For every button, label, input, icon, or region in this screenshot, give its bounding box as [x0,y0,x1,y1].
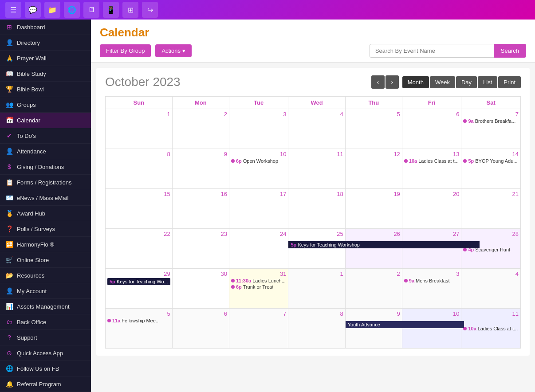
event-item[interactable]: 9a Mens Breakfast [404,278,460,283]
day-cell[interactable]: 3 [229,109,288,149]
day-cell[interactable]: 11 [288,149,345,189]
sidebar-item-directory[interactable]: 👤 Directory [0,35,91,51]
day-cell[interactable]: 3 9a Mens Breakfast [402,269,461,309]
filter-by-group-button[interactable]: Filter By Group [100,44,151,57]
view-list-button[interactable]: List [478,76,497,88]
day-cell[interactable]: 4 [288,109,345,149]
sidebar-item-attendance[interactable]: 👤 Attendance [0,144,91,159]
day-cell[interactable]: 24 [229,229,288,269]
day-cell[interactable]: 27 [402,229,461,269]
search-input[interactable] [370,44,494,58]
sidebar-item-resources[interactable]: 📂 Resources [0,268,91,283]
day-cell[interactable]: 8 [106,149,173,189]
day-cell[interactable]: 25 5p Keys for Teaching Workshop [288,229,345,269]
event-item[interactable]: 6p Trunk or Treat [231,284,287,290]
day-cell[interactable]: 7 [229,309,288,349]
sidebar-item-giving[interactable]: $ Giving / Donations [0,159,91,175]
day-cell[interactable]: 13 10a Ladies Class at t... [402,149,461,189]
view-month-button[interactable]: Month [402,76,429,88]
day-cell[interactable]: 30 [172,269,229,309]
day-cell[interactable]: 18 [288,189,345,229]
sidebar-item-polls[interactable]: ❓ Polls / Surveys [0,221,91,237]
prev-month-button[interactable]: ‹ [371,75,385,89]
day-cell[interactable]: 10 [402,309,461,349]
day-cell[interactable]: 8 [288,309,345,349]
actions-button[interactable]: Actions ▾ [155,44,191,57]
day-cell[interactable]: 2 [345,269,402,309]
sidebar-item-quick-access[interactable]: ⊙ Quick Access App [0,345,91,361]
sidebar-item-calendar[interactable]: 📅 Calendar [0,113,91,128]
sidebar-item-support[interactable]: ? Support [0,330,91,345]
day-cell[interactable]: 19 [345,189,402,229]
exit-icon[interactable]: ↪ [142,2,158,18]
day-cell[interactable]: 2 [172,109,229,149]
event-name: Ladies Lunch... [252,278,286,283]
day-cell[interactable]: 6 [402,109,461,149]
sidebar-item-todos[interactable]: ✔ To Do's [0,128,91,144]
day-cell[interactable]: 1 [106,109,173,149]
day-cell[interactable]: 20 [402,189,461,229]
day-cell[interactable]: 16 [172,189,229,229]
day-cell[interactable]: 15 [106,189,173,229]
event-dot-circle [404,279,408,282]
grid-icon[interactable]: ⊞ [122,2,138,18]
multi-day-event-youth[interactable]: Youth Advance [346,321,464,328]
sidebar-item-award-hub[interactable]: 🏅 Award Hub [0,206,91,221]
sidebar-item-enews[interactable]: 📧 eNews / Mass eMail [0,190,91,206]
sidebar-item-online-store[interactable]: 🛒 Online Store [0,252,91,268]
day-cell[interactable]: 5 [345,109,402,149]
day-cell[interactable]: 12 [345,149,402,189]
event-item[interactable]: 9a Brothers Breakfa... [463,118,519,124]
sidebar-item-dashboard[interactable]: ⊞ Dashboard [0,20,91,35]
sidebar-item-groups[interactable]: 👥 Groups [0,97,91,113]
multi-day-event[interactable]: 5p Keys for Teaching Workshop [288,241,479,248]
mobile-icon[interactable]: 📱 [103,2,119,18]
menu-icon[interactable]: ☰ [5,2,21,18]
sidebar-item-back-office[interactable]: 🗂 Back Office [0,314,91,330]
sidebar-item-my-account[interactable]: 👤 My Account [0,283,91,299]
day-cell[interactable]: 17 [229,189,288,229]
next-month-button[interactable]: › [386,75,399,89]
sidebar-item-harmonyflo[interactable]: 🔁 HarmonyFlo ® [0,237,91,252]
day-cell[interactable]: 21 [461,189,521,229]
sidebar-item-label: Back Office [17,319,46,325]
event-item[interactable]: 5p BYOP Young Adu... [463,158,519,164]
event-item[interactable]: 11a Fellowship Mee... [107,318,170,323]
day-cell[interactable]: 7 9a Brothers Breakfa... [461,109,521,149]
day-cell[interactable]: 22 [106,229,173,269]
sidebar-item-assets[interactable]: 📊 Assets Management [0,299,91,314]
event-item[interactable]: 10a Ladies Class at t... [463,326,519,331]
day-cell[interactable]: 10 6p Open Workshop [229,149,288,189]
folder-icon[interactable]: 📁 [44,2,60,18]
day-cell[interactable]: 6 [172,309,229,349]
day-cell[interactable]: 1 [288,269,345,309]
day-cell[interactable]: 9 Youth Advance [345,309,402,349]
search-button[interactable]: Search [494,44,526,58]
sidebar-item-bible-bowl[interactable]: 🏆 Bible Bowl [0,82,91,97]
view-week-button[interactable]: Week [430,76,455,88]
monitor-icon[interactable]: 🖥 [83,2,99,18]
event-item[interactable]: 6p Open Workshop [231,158,287,164]
day-cell[interactable]: 11 10a Ladies Class at t... [461,309,521,349]
sidebar-item-forms[interactable]: 📋 Forms / Registrations [0,175,91,190]
event-item[interactable]: 10a Ladies Class at t... [404,158,460,164]
view-day-button[interactable]: Day [456,76,477,88]
globe-icon[interactable]: 🌐 [64,2,80,18]
view-print-button[interactable]: Print [498,76,521,88]
event-item[interactable]: 11:30a Ladies Lunch... [231,278,287,283]
day-cell[interactable]: 28 4p Scavenger Hunt [461,229,521,269]
sidebar-item-referral[interactable]: 🔔 Referral Program [0,376,91,392]
day-cell[interactable]: 4 [461,269,521,309]
day-cell[interactable]: 29 5p Keys for Teaching Wo... [106,269,173,309]
day-cell[interactable]: 26 [345,229,402,269]
event-item[interactable]: 5p Keys for Teaching Wo... [107,278,170,285]
sidebar-item-bible-study[interactable]: 📖 Bible Study [0,66,91,82]
sidebar-item-prayer-wall[interactable]: 🙏 Prayer Wall [0,51,91,66]
day-cell[interactable]: 23 [172,229,229,269]
day-cell today[interactable]: 31 11:30a Ladies Lunch... 6p Trunk or Tr… [229,269,288,309]
day-cell[interactable]: 5 11a Fellowship Mee... [106,309,173,349]
sidebar-item-follow-fb[interactable]: 🌐 Follow Us on FB [0,361,91,376]
day-cell[interactable]: 9 [172,149,229,189]
chat-icon[interactable]: 💬 [25,2,41,18]
day-cell[interactable]: 14 5p BYOP Young Adu... [461,149,521,189]
